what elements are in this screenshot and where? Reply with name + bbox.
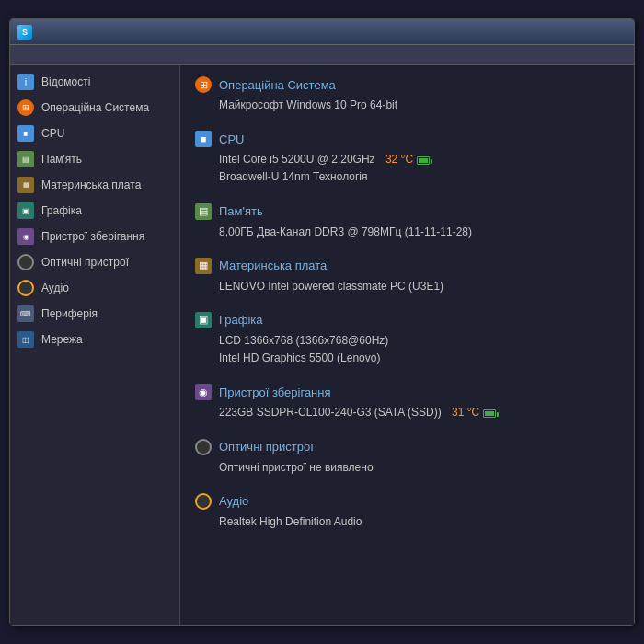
- section-header-ram: ▤Пам'ять: [195, 203, 619, 220]
- section-value-os-0: Майкрософт Windows 10 Pro 64-bit: [219, 97, 619, 114]
- menu-bar: [10, 45, 634, 65]
- os-sidebar-icon: ⊞: [17, 99, 34, 116]
- sidebar-item-label-periph: Периферія: [41, 307, 98, 320]
- menu-view[interactable]: [30, 53, 45, 57]
- section-mobo: ▦Материнська платаLENOVO Intel powered c…: [195, 258, 619, 295]
- sidebar: iВідомості⊞Операційна Система■CPU▤Пам'ят…: [10, 65, 180, 625]
- sidebar-item-periph[interactable]: ⌨Периферія: [10, 301, 179, 327]
- sidebar-item-label-mobo: Материнська плата: [41, 178, 141, 191]
- section-header-cpu: ■CPU: [195, 131, 619, 147]
- ram-main-icon: ▤: [195, 203, 212, 220]
- content-area: iВідомості⊞Операційна Система■CPU▤Пам'ят…: [10, 65, 634, 625]
- menu-file[interactable]: [16, 53, 30, 57]
- sidebar-item-audio[interactable]: Аудіо: [10, 275, 179, 301]
- section-title-audio: Аудіо: [219, 494, 248, 508]
- section-optical: Оптичні пристроїОптичні пристрої не вияв…: [195, 439, 619, 477]
- storage-main-icon: ◉: [195, 384, 212, 400]
- info-sidebar-icon: i: [17, 74, 34, 90]
- section-header-gpu: ▣Графіка: [195, 312, 619, 328]
- section-header-os: ⊞Операційна Система: [195, 76, 619, 93]
- section-title-cpu: CPU: [219, 132, 244, 146]
- section-value-ram-0: 8,00ГБ Два-Канал DDR3 @ 798МГц (11-11-11…: [219, 224, 619, 241]
- cpu-main-icon: ■: [195, 131, 212, 147]
- sidebar-item-label-network: Мережа: [41, 333, 83, 346]
- section-value-mobo-0: LENOVO Intel powered classmate PC (U3E1): [219, 278, 619, 295]
- section-ram: ▤Пам'ять8,00ГБ Два-Канал DDR3 @ 798МГц (…: [195, 203, 619, 241]
- section-storage: ◉Пристрої зберігання223GB SSDPR-CL100-24…: [195, 384, 619, 421]
- section-audio: АудіоRealtek High Definition Audio: [195, 493, 619, 531]
- main-panel: ⊞Операційна СистемаМайкрософт Windows 10…: [180, 65, 634, 625]
- section-header-audio: Аудіо: [195, 493, 619, 510]
- optical-main-icon: [195, 439, 212, 455]
- section-value-cpu-0: Intel Core i5 5200U @ 2.20GHz 32 °C: [219, 151, 619, 168]
- sidebar-item-os[interactable]: ⊞Операційна Система: [10, 95, 179, 121]
- sidebar-item-label-optical: Оптичні пристрої: [41, 256, 129, 269]
- section-cpu: ■CPUIntel Core i5 5200U @ 2.20GHz 32 °CB…: [195, 131, 619, 186]
- battery-icon-cpu: [417, 156, 430, 165]
- section-value-audio-0: Realtek High Definition Audio: [219, 513, 619, 531]
- sidebar-item-cpu[interactable]: ■CPU: [10, 121, 179, 146]
- gpu-main-icon: ▣: [195, 312, 212, 328]
- sidebar-item-label-audio: Аудіо: [41, 282, 69, 294]
- section-value-storage-0: 223GB SSDPR-CL100-240-G3 (SATA (SSD)) 31…: [219, 404, 619, 421]
- gpu-sidebar-icon: ▣: [17, 202, 34, 219]
- battery-icon-storage: [483, 409, 496, 418]
- section-header-mobo: ▦Материнська плата: [195, 258, 619, 274]
- sidebar-item-gpu[interactable]: ▣Графіка: [10, 198, 179, 224]
- section-header-storage: ◉Пристрої зберігання: [195, 384, 619, 400]
- section-value-gpu-0: LCD 1366x768 (1366x768@60Hz): [219, 332, 619, 350]
- periph-sidebar-icon: ⌨: [17, 305, 34, 322]
- title-bar: S: [10, 19, 634, 45]
- sidebar-item-label-os: Операційна Система: [41, 101, 149, 114]
- sidebar-item-mobo[interactable]: ▦Материнська плата: [10, 172, 179, 198]
- mobo-main-icon: ▦: [195, 258, 212, 274]
- section-title-mobo: Материнська плата: [219, 259, 327, 272]
- optical-sidebar-icon: [17, 254, 34, 270]
- audio-sidebar-icon: [17, 280, 34, 296]
- cpu-sidebar-icon: ■: [17, 125, 34, 142]
- sidebar-item-info[interactable]: iВідомості: [10, 69, 179, 95]
- network-sidebar-icon: ◫: [17, 331, 34, 348]
- section-os: ⊞Операційна СистемаМайкрософт Windows 10…: [195, 76, 619, 114]
- section-title-gpu: Графіка: [219, 313, 263, 327]
- sidebar-item-label-gpu: Графіка: [41, 204, 82, 217]
- section-title-os: Операційна Система: [219, 78, 336, 92]
- section-header-optical: Оптичні пристрої: [195, 439, 619, 455]
- temp-badge-storage: 31 °C: [452, 404, 479, 421]
- temp-badge-cpu: 32 °C: [385, 151, 413, 168]
- sidebar-item-label-info: Відомості: [41, 75, 90, 88]
- section-gpu: ▣ГрафікаLCD 1366x768 (1366x768@60Hz)Inte…: [195, 312, 619, 367]
- menu-help[interactable]: [45, 53, 60, 57]
- sidebar-item-network[interactable]: ◫Мережа: [10, 327, 179, 352]
- main-window: S iВідомості⊞Операційна Система■CPU▤Пам'…: [9, 18, 635, 626]
- sidebar-item-ram[interactable]: ▤Пам'ять: [10, 146, 179, 172]
- audio-main-icon: [195, 493, 212, 510]
- sidebar-item-optical[interactable]: Оптичні пристрої: [10, 249, 179, 275]
- mobo-sidebar-icon: ▦: [17, 177, 34, 193]
- ram-sidebar-icon: ▤: [17, 151, 34, 167]
- os-main-icon: ⊞: [195, 76, 212, 93]
- sidebar-item-storage[interactable]: ◉Пристрої зберігання: [10, 224, 179, 249]
- section-title-optical: Оптичні пристрої: [219, 440, 314, 454]
- section-value-gpu-1: Intel HD Graphics 5500 (Lenovo): [219, 350, 619, 367]
- section-value-optical-0: Оптичні пристрої не виявлено: [219, 459, 619, 477]
- sidebar-item-label-storage: Пристрої зберігання: [41, 230, 144, 243]
- sidebar-item-label-ram: Пам'ять: [41, 153, 82, 166]
- section-title-ram: Пам'ять: [219, 204, 263, 218]
- section-title-storage: Пристрої зберігання: [219, 385, 331, 399]
- storage-sidebar-icon: ◉: [17, 228, 34, 245]
- app-icon: S: [17, 25, 32, 40]
- section-value-cpu-1: Broadwell-U 14nm Технологія: [219, 168, 619, 186]
- sidebar-item-label-cpu: CPU: [41, 127, 64, 140]
